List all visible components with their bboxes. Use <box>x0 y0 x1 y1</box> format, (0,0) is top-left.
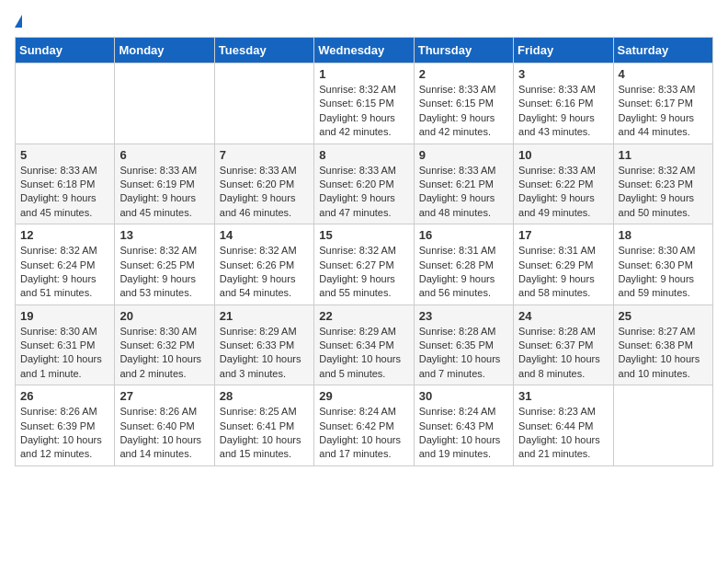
day-number: 28 <box>220 389 309 403</box>
day-number: 19 <box>20 309 109 323</box>
day-number: 10 <box>518 148 608 162</box>
day-number: 25 <box>619 309 708 323</box>
calendar-cell: 24Sunrise: 8:28 AM Sunset: 6:37 PM Dayli… <box>514 304 613 385</box>
calendar-cell: 2Sunrise: 8:33 AM Sunset: 6:15 PM Daylig… <box>414 63 513 144</box>
day-number: 1 <box>319 67 408 81</box>
calendar-cell: 23Sunrise: 8:28 AM Sunset: 6:35 PM Dayli… <box>414 304 513 385</box>
day-number: 29 <box>319 389 408 403</box>
day-info: Sunrise: 8:33 AM Sunset: 6:16 PM Dayligh… <box>518 83 608 140</box>
day-info: Sunrise: 8:32 AM Sunset: 6:27 PM Dayligh… <box>319 244 408 301</box>
calendar-week-row: 19Sunrise: 8:30 AM Sunset: 6:31 PM Dayli… <box>16 304 713 385</box>
day-info: Sunrise: 8:30 AM Sunset: 6:31 PM Dayligh… <box>20 325 109 382</box>
day-of-week-header: Tuesday <box>214 38 313 63</box>
day-info: Sunrise: 8:32 AM Sunset: 6:23 PM Dayligh… <box>619 164 708 221</box>
day-of-week-header: Wednesday <box>314 38 414 63</box>
calendar-cell: 10Sunrise: 8:33 AM Sunset: 6:22 PM Dayli… <box>514 144 613 224</box>
day-number: 30 <box>419 389 508 403</box>
day-info: Sunrise: 8:33 AM Sunset: 6:17 PM Dayligh… <box>619 83 708 140</box>
page-header <box>15 15 713 28</box>
calendar-cell: 5Sunrise: 8:33 AM Sunset: 6:18 PM Daylig… <box>16 144 115 224</box>
day-number: 11 <box>619 148 708 162</box>
calendar-cell: 18Sunrise: 8:30 AM Sunset: 6:30 PM Dayli… <box>613 224 712 305</box>
calendar-table: SundayMondayTuesdayWednesdayThursdayFrid… <box>15 37 713 466</box>
calendar-cell: 19Sunrise: 8:30 AM Sunset: 6:31 PM Dayli… <box>16 304 115 385</box>
calendar-cell: 26Sunrise: 8:26 AM Sunset: 6:39 PM Dayli… <box>16 385 115 466</box>
day-number: 23 <box>419 309 508 323</box>
day-info: Sunrise: 8:29 AM Sunset: 6:33 PM Dayligh… <box>220 325 309 382</box>
day-info: Sunrise: 8:33 AM Sunset: 6:20 PM Dayligh… <box>319 164 408 221</box>
calendar-cell: 8Sunrise: 8:33 AM Sunset: 6:20 PM Daylig… <box>314 144 414 224</box>
day-number: 8 <box>319 148 408 162</box>
calendar-week-row: 5Sunrise: 8:33 AM Sunset: 6:18 PM Daylig… <box>16 144 713 224</box>
day-info: Sunrise: 8:33 AM Sunset: 6:18 PM Dayligh… <box>20 164 109 221</box>
calendar-cell: 9Sunrise: 8:33 AM Sunset: 6:21 PM Daylig… <box>414 144 513 224</box>
day-info: Sunrise: 8:32 AM Sunset: 6:24 PM Dayligh… <box>20 244 109 301</box>
day-of-week-header: Monday <box>115 38 214 63</box>
day-number: 18 <box>619 228 708 242</box>
day-number: 12 <box>20 228 109 242</box>
calendar-cell: 21Sunrise: 8:29 AM Sunset: 6:33 PM Dayli… <box>214 304 313 385</box>
calendar-cell: 11Sunrise: 8:32 AM Sunset: 6:23 PM Dayli… <box>613 144 712 224</box>
day-number: 7 <box>220 148 309 162</box>
day-number: 31 <box>518 389 608 403</box>
calendar-header-row: SundayMondayTuesdayWednesdayThursdayFrid… <box>16 38 713 63</box>
day-number: 6 <box>119 148 209 162</box>
calendar-cell: 27Sunrise: 8:26 AM Sunset: 6:40 PM Dayli… <box>115 385 214 466</box>
day-of-week-header: Friday <box>514 38 613 63</box>
day-number: 26 <box>20 389 109 403</box>
logo <box>15 15 26 28</box>
calendar-cell: 22Sunrise: 8:29 AM Sunset: 6:34 PM Dayli… <box>314 304 414 385</box>
calendar-cell: 12Sunrise: 8:32 AM Sunset: 6:24 PM Dayli… <box>16 224 115 305</box>
day-number: 4 <box>619 67 708 81</box>
calendar-cell <box>16 63 115 144</box>
logo-blue-text <box>15 15 26 28</box>
day-info: Sunrise: 8:33 AM Sunset: 6:22 PM Dayligh… <box>518 164 608 221</box>
calendar-cell: 7Sunrise: 8:33 AM Sunset: 6:20 PM Daylig… <box>214 144 313 224</box>
day-of-week-header: Sunday <box>16 38 115 63</box>
day-info: Sunrise: 8:33 AM Sunset: 6:21 PM Dayligh… <box>419 164 508 221</box>
day-info: Sunrise: 8:25 AM Sunset: 6:41 PM Dayligh… <box>220 405 309 462</box>
day-info: Sunrise: 8:29 AM Sunset: 6:34 PM Dayligh… <box>319 325 408 382</box>
day-info: Sunrise: 8:32 AM Sunset: 6:26 PM Dayligh… <box>220 244 309 301</box>
calendar-cell: 15Sunrise: 8:32 AM Sunset: 6:27 PM Dayli… <box>314 224 414 305</box>
day-number: 15 <box>319 228 408 242</box>
calendar-week-row: 12Sunrise: 8:32 AM Sunset: 6:24 PM Dayli… <box>16 224 713 305</box>
calendar-cell: 14Sunrise: 8:32 AM Sunset: 6:26 PM Dayli… <box>214 224 313 305</box>
day-info: Sunrise: 8:28 AM Sunset: 6:37 PM Dayligh… <box>518 325 608 382</box>
calendar-cell: 13Sunrise: 8:32 AM Sunset: 6:25 PM Dayli… <box>115 224 214 305</box>
day-info: Sunrise: 8:24 AM Sunset: 6:42 PM Dayligh… <box>319 405 408 462</box>
calendar-cell: 1Sunrise: 8:32 AM Sunset: 6:15 PM Daylig… <box>314 63 414 144</box>
day-info: Sunrise: 8:30 AM Sunset: 6:30 PM Dayligh… <box>619 244 708 301</box>
day-info: Sunrise: 8:30 AM Sunset: 6:32 PM Dayligh… <box>119 325 209 382</box>
day-number: 14 <box>220 228 309 242</box>
day-info: Sunrise: 8:27 AM Sunset: 6:38 PM Dayligh… <box>619 325 708 382</box>
calendar-cell: 30Sunrise: 8:24 AM Sunset: 6:43 PM Dayli… <box>414 385 513 466</box>
logo-triangle-icon <box>15 15 22 28</box>
calendar-cell: 29Sunrise: 8:24 AM Sunset: 6:42 PM Dayli… <box>314 385 414 466</box>
calendar-cell: 25Sunrise: 8:27 AM Sunset: 6:38 PM Dayli… <box>613 304 712 385</box>
day-number: 9 <box>419 148 508 162</box>
calendar-cell: 17Sunrise: 8:31 AM Sunset: 6:29 PM Dayli… <box>514 224 613 305</box>
calendar-cell: 20Sunrise: 8:30 AM Sunset: 6:32 PM Dayli… <box>115 304 214 385</box>
day-number: 22 <box>319 309 408 323</box>
calendar-cell: 16Sunrise: 8:31 AM Sunset: 6:28 PM Dayli… <box>414 224 513 305</box>
day-number: 21 <box>220 309 309 323</box>
calendar-week-row: 1Sunrise: 8:32 AM Sunset: 6:15 PM Daylig… <box>16 63 713 144</box>
day-number: 27 <box>119 389 209 403</box>
calendar-week-row: 26Sunrise: 8:26 AM Sunset: 6:39 PM Dayli… <box>16 385 713 466</box>
calendar-cell: 28Sunrise: 8:25 AM Sunset: 6:41 PM Dayli… <box>214 385 313 466</box>
day-number: 24 <box>518 309 608 323</box>
day-info: Sunrise: 8:26 AM Sunset: 6:40 PM Dayligh… <box>119 405 209 462</box>
day-info: Sunrise: 8:23 AM Sunset: 6:44 PM Dayligh… <box>518 405 608 462</box>
day-info: Sunrise: 8:32 AM Sunset: 6:25 PM Dayligh… <box>119 244 209 301</box>
day-info: Sunrise: 8:28 AM Sunset: 6:35 PM Dayligh… <box>419 325 508 382</box>
day-of-week-header: Saturday <box>613 38 712 63</box>
calendar-cell: 3Sunrise: 8:33 AM Sunset: 6:16 PM Daylig… <box>514 63 613 144</box>
day-info: Sunrise: 8:33 AM Sunset: 6:19 PM Dayligh… <box>119 164 209 221</box>
day-info: Sunrise: 8:24 AM Sunset: 6:43 PM Dayligh… <box>419 405 508 462</box>
calendar-cell: 4Sunrise: 8:33 AM Sunset: 6:17 PM Daylig… <box>613 63 712 144</box>
day-info: Sunrise: 8:32 AM Sunset: 6:15 PM Dayligh… <box>319 83 408 140</box>
calendar-cell <box>115 63 214 144</box>
calendar-cell: 31Sunrise: 8:23 AM Sunset: 6:44 PM Dayli… <box>514 385 613 466</box>
day-of-week-header: Thursday <box>414 38 513 63</box>
